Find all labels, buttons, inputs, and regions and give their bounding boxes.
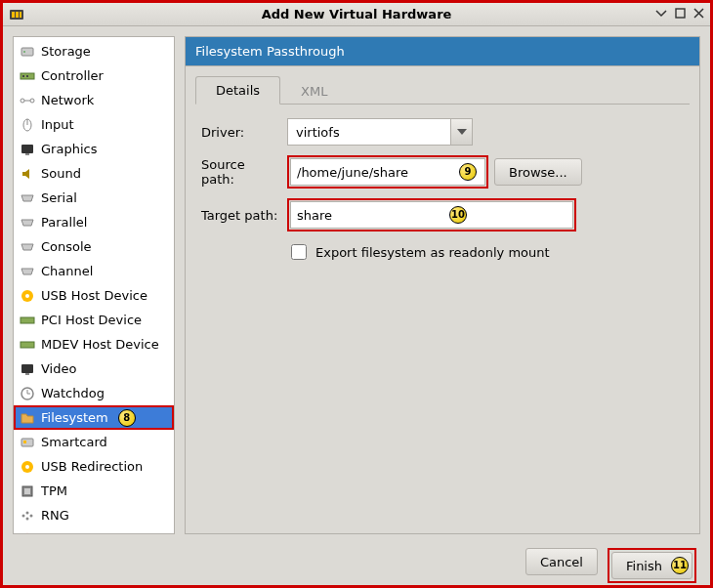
svg-rect-5	[21, 48, 33, 56]
driver-combobox[interactable]: virtiofs	[287, 118, 473, 146]
callout-10: 10	[449, 206, 467, 224]
sidebar-item-label: Sound	[41, 166, 81, 181]
sidebar-item-sound[interactable]: Sound	[14, 161, 174, 186]
chevron-down-icon	[450, 119, 472, 145]
sidebar-item-serial[interactable]: Serial	[14, 186, 174, 210]
svg-rect-15	[21, 145, 33, 153]
smartcard-icon	[20, 435, 35, 450]
svg-rect-22	[25, 373, 29, 375]
main-panel: Filesystem Passthrough Details XML Drive…	[185, 36, 700, 534]
sidebar-item-panic[interactable]: Panic Notifier	[14, 527, 174, 534]
finish-highlight: Finish 11	[608, 548, 696, 583]
sidebar-item-label: TPM	[41, 483, 67, 498]
tab-xml[interactable]: XML	[280, 77, 348, 105]
minimize-button[interactable]	[655, 7, 667, 21]
maximize-button[interactable]	[675, 7, 686, 21]
parallel-icon	[20, 215, 35, 231]
target-path-highlight: 10	[287, 198, 576, 231]
panel-title: Filesystem Passthrough	[185, 36, 700, 65]
close-button[interactable]	[693, 7, 704, 21]
sidebar-item-label: USB Host Device	[41, 288, 147, 303]
sidebar-item-label: Console	[41, 239, 92, 254]
source-path-input[interactable]	[290, 158, 485, 186]
sidebar-item-label: Network	[41, 93, 94, 107]
svg-rect-9	[26, 75, 28, 77]
sidebar-item-label: Graphics	[41, 142, 97, 156]
svg-rect-26	[21, 439, 33, 446]
sidebar-item-label: PCI Host Device	[41, 313, 142, 327]
sidebar-item-label: Input	[41, 117, 74, 132]
app-icon	[9, 7, 24, 22]
sidebar-item-video[interactable]: Video	[14, 357, 174, 381]
sidebar-item-tpm[interactable]: TPM	[14, 479, 174, 503]
sidebar-item-pci[interactable]: PCI Host Device	[14, 308, 174, 332]
callout-8: 8	[118, 409, 136, 427]
sidebar-item-label: Controller	[41, 68, 104, 83]
readonly-checkbox[interactable]	[291, 244, 307, 260]
svg-rect-1	[12, 12, 15, 18]
titlebar: Add New Virtual Hardware	[3, 3, 710, 26]
sidebar-item-console[interactable]: Console	[14, 234, 174, 259]
svg-point-29	[25, 465, 29, 469]
window-title: Add New Virtual Hardware	[3, 7, 710, 21]
sidebar-item-label: Video	[41, 361, 76, 376]
callout-11: 11	[671, 557, 689, 574]
tab-details[interactable]: Details	[195, 76, 280, 105]
rng-icon	[20, 508, 35, 524]
sidebar-item-usb[interactable]: USB Host Device	[14, 283, 174, 308]
svg-point-11	[30, 99, 34, 103]
sidebar-item-graphics[interactable]: Graphics	[14, 137, 174, 161]
sidebar-item-storage[interactable]: Storage	[14, 39, 174, 63]
svg-rect-21	[21, 364, 33, 373]
svg-rect-2	[16, 12, 19, 18]
video-icon	[20, 361, 35, 377]
sidebar-item-watchdog[interactable]: Watchdog	[14, 381, 174, 405]
sidebar-item-filesystem[interactable]: Filesystem8	[14, 405, 174, 430]
sidebar-item-controller[interactable]: Controller	[14, 63, 174, 88]
svg-rect-31	[24, 488, 30, 494]
sidebar-item-smartcard[interactable]: Smartcard	[14, 430, 174, 454]
mdev-icon	[20, 337, 35, 353]
cancel-button[interactable]: Cancel	[525, 548, 598, 575]
sidebar-item-rng[interactable]: RNG	[14, 503, 174, 527]
sidebar-item-parallel[interactable]: Parallel	[14, 210, 174, 234]
tab-bar: Details XML	[195, 76, 690, 105]
sidebar-item-label: Panic Notifier	[41, 532, 125, 534]
serial-icon	[20, 190, 35, 206]
panic-icon	[20, 532, 35, 535]
console-icon	[20, 239, 35, 255]
pci-icon	[20, 313, 35, 328]
sidebar-item-label: Watchdog	[41, 386, 105, 400]
callout-9: 9	[459, 163, 477, 181]
target-path-input[interactable]	[290, 201, 573, 229]
sidebar-item-mdev[interactable]: MDEV Host Device	[14, 332, 174, 357]
svg-point-32	[22, 514, 25, 517]
sidebar-item-channel[interactable]: Channel	[14, 259, 174, 283]
browse-button[interactable]: Browse...	[494, 158, 582, 186]
sidebar-item-input[interactable]: Input	[14, 112, 174, 137]
sidebar-item-label: MDEV Host Device	[41, 337, 159, 352]
sidebar-item-label: Smartcard	[41, 435, 107, 449]
svg-point-35	[26, 517, 29, 520]
svg-point-18	[25, 294, 29, 298]
sidebar-item-label: USB Redirection	[41, 459, 143, 474]
filesystem-icon	[20, 410, 35, 426]
sidebar-item-label: RNG	[41, 508, 69, 523]
svg-rect-20	[21, 342, 34, 348]
sidebar-item-network[interactable]: Network	[14, 88, 174, 112]
readonly-label: Export filesystem as readonly mount	[315, 245, 550, 260]
svg-point-6	[23, 51, 25, 53]
hardware-sidebar: StorageControllerNetworkInputGraphicsSou…	[13, 36, 175, 534]
controller-icon	[20, 68, 35, 84]
svg-rect-3	[20, 12, 21, 18]
input-icon	[20, 117, 35, 133]
sidebar-item-usbredir[interactable]: USB Redirection	[14, 454, 174, 479]
watchdog-icon	[20, 386, 35, 401]
form: Driver: virtiofs Source path: 9	[195, 105, 690, 276]
network-icon	[20, 93, 35, 108]
usb-icon	[20, 288, 35, 304]
sidebar-item-label: Serial	[41, 190, 77, 205]
source-path-highlight: 9	[287, 155, 488, 189]
svg-rect-8	[22, 75, 24, 77]
tpm-icon	[20, 483, 35, 499]
